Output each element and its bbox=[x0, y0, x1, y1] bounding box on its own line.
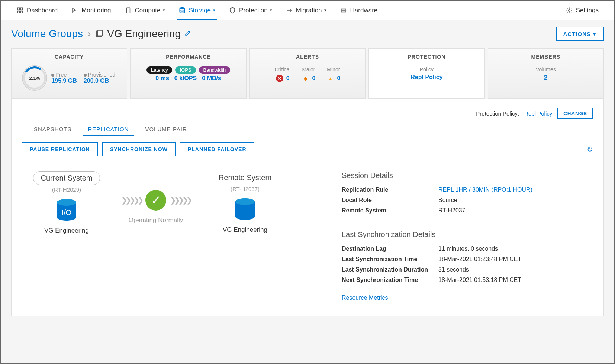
iops-value[interactable]: 0 kIOPS bbox=[174, 75, 197, 82]
database-icon: I/O bbox=[55, 199, 78, 224]
breadcrumb-separator: › bbox=[87, 28, 91, 40]
svg-rect-2 bbox=[17, 11, 19, 13]
card-title: ALERTS bbox=[257, 54, 358, 60]
policy-value[interactable]: Repl Policy bbox=[376, 74, 477, 81]
critical-label: Critical bbox=[275, 66, 291, 72]
card-protection[interactable]: PROTECTION Policy Repl Policy bbox=[368, 48, 484, 99]
summary-cards: CAPACITY 2.1% Free 195.9 GB Provisioned … bbox=[11, 48, 604, 99]
critical-value[interactable]: 0 bbox=[286, 75, 290, 82]
card-members[interactable]: MEMBERS Volumes 2 bbox=[488, 48, 604, 99]
detail-row: Remote SystemRT-H2037 bbox=[342, 207, 593, 214]
major-value[interactable]: 0 bbox=[312, 75, 316, 82]
actions-button[interactable]: ACTIONS ▾ bbox=[556, 27, 604, 41]
chevron-right-icon: ❯❯❯❯❯ bbox=[170, 196, 190, 205]
nav-label: Migration bbox=[296, 7, 322, 14]
nav-storage[interactable]: Storage ▾ bbox=[172, 1, 222, 20]
gear-icon bbox=[566, 7, 573, 14]
change-button[interactable]: CHANGE bbox=[557, 108, 593, 119]
detail-row: Replication RuleREPL 1HR / 30MIN (RPO:1 … bbox=[342, 186, 593, 193]
nav-monitoring[interactable]: Monitoring bbox=[64, 1, 117, 20]
svg-rect-1 bbox=[21, 8, 23, 10]
major-icon: ◆ bbox=[302, 75, 309, 82]
hardware-icon bbox=[340, 7, 347, 14]
svg-rect-4 bbox=[126, 8, 130, 13]
svg-point-10 bbox=[568, 9, 570, 11]
critical-icon: ✕ bbox=[276, 75, 283, 82]
major-label: Major bbox=[302, 66, 316, 72]
protection-subtabs: SNAPSHOTS REPLICATION VOLUME PAIR bbox=[22, 123, 593, 136]
dashboard-icon bbox=[16, 7, 24, 14]
current-system-title: Current System bbox=[33, 171, 100, 185]
replication-diagram: Current System (RT-H2029) I/O VG Enginee… bbox=[22, 171, 327, 301]
minor-value[interactable]: 0 bbox=[337, 75, 340, 82]
nav-hardware[interactable]: Hardware bbox=[333, 1, 384, 20]
capacity-pct: 2.1% bbox=[29, 75, 41, 81]
card-title: PROTECTION bbox=[376, 54, 477, 60]
chevron-down-icon: ▾ bbox=[213, 8, 215, 13]
minor-label: Minor bbox=[326, 66, 340, 72]
nav-protection[interactable]: Protection ▾ bbox=[222, 1, 279, 20]
bandwidth-pill: Bandwidth bbox=[199, 66, 231, 74]
edit-icon[interactable] bbox=[184, 30, 191, 38]
replication-actions: PAUSE REPLICATION SYNCHRONIZE NOW PLANNE… bbox=[22, 142, 593, 156]
policy-label: Policy bbox=[376, 66, 477, 72]
breadcrumb: Volume Groups › VG Engineering bbox=[11, 28, 191, 40]
chevron-down-icon: ▾ bbox=[593, 30, 596, 37]
svg-point-14 bbox=[57, 199, 76, 206]
top-nav: Dashboard Monitoring Compute ▾ Storage ▾… bbox=[1, 1, 614, 20]
latency-value[interactable]: 0 ms bbox=[155, 75, 169, 82]
svg-rect-12 bbox=[98, 30, 103, 36]
planned-failover-button[interactable]: PLANNED FAILOVER bbox=[180, 142, 254, 156]
pause-replication-button[interactable]: PAUSE REPLICATION bbox=[22, 142, 98, 156]
nav-migration[interactable]: Migration ▾ bbox=[279, 1, 333, 20]
card-capacity[interactable]: CAPACITY 2.1% Free 195.9 GB Provisioned … bbox=[11, 48, 127, 99]
nav-label: Hardware bbox=[350, 7, 378, 14]
protection-policy-label: Protection Policy: bbox=[476, 110, 519, 117]
latency-pill: Latency bbox=[146, 66, 173, 74]
breadcrumb-root[interactable]: Volume Groups bbox=[11, 28, 83, 40]
nav-label: Dashboard bbox=[27, 7, 58, 14]
provisioned-label: Provisioned bbox=[84, 72, 115, 78]
last-sync-title: Last Synchronization Details bbox=[342, 230, 593, 239]
card-title: MEMBERS bbox=[496, 54, 596, 60]
free-label: Free bbox=[51, 72, 77, 78]
tab-snapshots[interactable]: SNAPSHOTS bbox=[33, 123, 73, 136]
nav-label: Storage bbox=[189, 7, 211, 14]
svg-rect-0 bbox=[17, 8, 19, 10]
remote-system-title: Remote System bbox=[204, 171, 286, 184]
bandwidth-value[interactable]: 0 MB/s bbox=[202, 75, 221, 82]
provisioned-value[interactable]: 200.0 GB bbox=[84, 78, 115, 84]
chevron-right-icon: ❯❯❯❯❯ bbox=[121, 196, 142, 205]
resource-metrics-link[interactable]: Resource Metrics bbox=[342, 295, 388, 301]
nav-dashboard[interactable]: Dashboard bbox=[10, 1, 64, 20]
synchronize-now-button[interactable]: SYNCHRONIZE NOW bbox=[102, 142, 176, 156]
capacity-gauge: 2.1% bbox=[23, 66, 46, 90]
nav-label: Protection bbox=[239, 7, 268, 14]
breadcrumb-current-label: VG Engineering bbox=[107, 28, 181, 40]
nav-compute[interactable]: Compute ▾ bbox=[118, 1, 172, 20]
operating-status: Operating Normally bbox=[107, 217, 204, 224]
policy-row: Protection Policy: Repl Policy CHANGE bbox=[22, 108, 593, 119]
breadcrumb-row: Volume Groups › VG Engineering ACTIONS ▾ bbox=[11, 27, 604, 41]
volumes-label: Volumes bbox=[496, 66, 596, 72]
volumes-value[interactable]: 2 bbox=[496, 74, 596, 82]
minor-icon: ▲ bbox=[326, 75, 334, 82]
replication-rule-link[interactable]: REPL 1HR / 30MIN (RPO:1 HOUR) bbox=[438, 186, 532, 193]
database-icon bbox=[233, 198, 257, 223]
migration-icon bbox=[286, 7, 293, 14]
monitoring-icon bbox=[71, 7, 78, 14]
protection-panel: Protection Policy: Repl Policy CHANGE SN… bbox=[11, 99, 604, 316]
actions-label: ACTIONS bbox=[563, 31, 591, 37]
tab-volume-pair[interactable]: VOLUME PAIR bbox=[144, 123, 187, 136]
refresh-icon[interactable]: ↻ bbox=[587, 145, 593, 154]
volume-group-icon bbox=[95, 30, 103, 38]
chevron-down-icon: ▾ bbox=[270, 8, 272, 13]
nav-settings[interactable]: Settings bbox=[559, 1, 605, 20]
nav-label: Monitoring bbox=[81, 7, 111, 14]
svg-point-5 bbox=[180, 7, 184, 9]
free-value[interactable]: 195.9 GB bbox=[51, 78, 77, 84]
tab-replication[interactable]: REPLICATION bbox=[87, 123, 130, 136]
card-performance[interactable]: PERFORMANCE Latency IOPS Bandwidth 0 ms … bbox=[130, 48, 246, 99]
protection-policy-link[interactable]: Repl Policy bbox=[524, 110, 552, 117]
card-alerts[interactable]: ALERTS Critical ✕0 Major ◆0 Minor ▲0 bbox=[249, 48, 366, 99]
